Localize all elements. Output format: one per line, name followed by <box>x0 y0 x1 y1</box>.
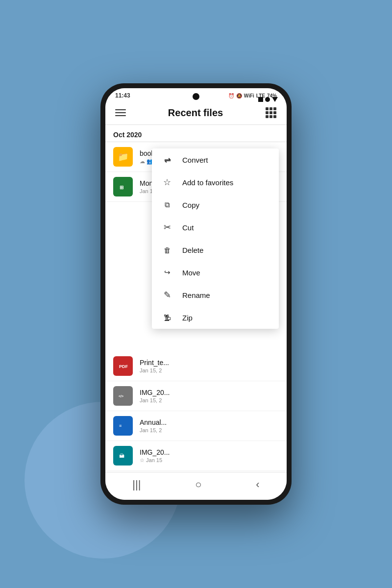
camera-notch <box>193 93 199 100</box>
status-time: 11:43 <box>115 92 130 99</box>
cut-icon: ✂ <box>162 222 172 233</box>
status-wifi: WiFi <box>244 93 254 98</box>
favorites-icon: ☆ <box>162 177 172 188</box>
grid-view-button[interactable] <box>263 105 279 121</box>
rename-label: Rename <box>182 291 210 299</box>
phone-frame: 11:43 ⏰ 🔕 WiFi LTE 74% Recent files <box>100 83 292 505</box>
rename-icon: ✎ <box>162 290 172 300</box>
hamburger-menu-button[interactable] <box>113 107 128 118</box>
move-label: Move <box>182 269 200 277</box>
indicator-triangle <box>272 97 278 102</box>
grid-icon <box>266 107 276 118</box>
top-bar: Recent files <box>105 101 287 125</box>
context-menu-overlay: ⇌ Convert ☆ Add to favorites ⧉ Copy ✂ Cu… <box>105 125 287 472</box>
copy-icon: ⧉ <box>162 199 172 210</box>
zip-icon: 🗜 <box>162 312 172 323</box>
convert-icon: ⇌ <box>162 154 172 165</box>
recent-nav-button[interactable]: ||| <box>122 476 150 493</box>
nav-bar: ||| ○ ‹ <box>105 472 287 500</box>
convert-label: Convert <box>182 156 208 164</box>
page-title: Recent files <box>168 107 223 119</box>
context-menu: ⇌ Convert ☆ Add to favorites ⧉ Copy ✂ Cu… <box>152 148 279 329</box>
context-menu-move[interactable]: ↪ Move <box>152 261 279 284</box>
indicator-circle <box>265 97 270 102</box>
phone-screen: 11:43 ⏰ 🔕 WiFi LTE 74% Recent files <box>105 88 287 500</box>
context-menu-cut[interactable]: ✂ Cut <box>152 216 279 239</box>
context-menu-add-to-favorites[interactable]: ☆ Add to favorites <box>152 171 279 194</box>
context-menu-rename[interactable]: ✎ Rename <box>152 284 279 306</box>
context-menu-copy[interactable]: ⧉ Copy <box>152 194 279 216</box>
status-mute: 🔕 <box>236 93 242 98</box>
delete-label: Delete <box>182 246 203 254</box>
home-nav-button[interactable]: ○ <box>185 476 211 493</box>
status-alarm: ⏰ <box>228 93 234 98</box>
indicator-square <box>258 97 263 102</box>
cut-label: Cut <box>182 223 194 232</box>
move-icon: ↪ <box>162 267 172 278</box>
context-menu-delete[interactable]: 🗑 Delete <box>152 239 279 261</box>
zip-label: Zip <box>182 314 193 322</box>
phone-indicators <box>258 97 278 102</box>
favorites-label: Add to favorites <box>182 178 233 187</box>
copy-label: Copy <box>182 201 199 209</box>
back-nav-button[interactable]: ‹ <box>246 476 269 493</box>
delete-icon: 🗑 <box>162 245 172 255</box>
file-list-content: Oct 2020 📁 books ☁ 👥 ☆ Jan 15, 2019, 14:… <box>105 125 287 472</box>
context-menu-zip[interactable]: 🗜 Zip <box>152 306 279 329</box>
context-menu-convert[interactable]: ⇌ Convert <box>152 148 279 171</box>
